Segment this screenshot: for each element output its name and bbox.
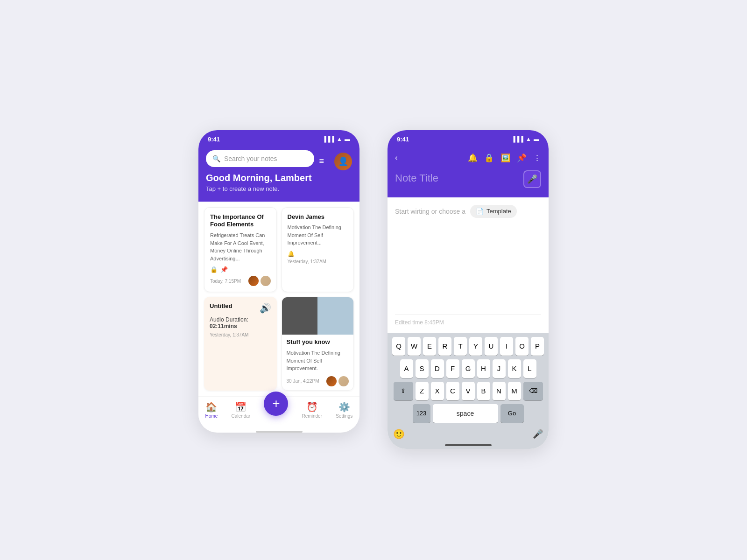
- editor-hint-row: Start wirting or choose a 📄 Template: [395, 205, 541, 218]
- wifi-icon-2: ▲: [526, 136, 531, 142]
- key-b[interactable]: B: [477, 382, 490, 400]
- key-c[interactable]: C: [446, 382, 459, 400]
- editor-hint-text: Start wirting or choose a: [395, 208, 465, 215]
- key-123[interactable]: 123: [413, 404, 430, 423]
- emoji-icon[interactable]: 🙂: [393, 428, 405, 440]
- kb-row-2: A S D F G H J K L: [389, 359, 547, 378]
- battery-icon-2: ▬: [534, 136, 539, 142]
- phone1: 9:41 ▐▐▐ ▲ ▬ 🔍 Search your notes ≡ 👤 Goo…: [198, 130, 359, 433]
- nav-settings-label: Settings: [336, 413, 352, 419]
- key-backspace[interactable]: ⌫: [523, 382, 543, 400]
- nav-calendar[interactable]: 📅 Calendar: [232, 401, 251, 419]
- nav-reminder[interactable]: ⏰ Reminder: [302, 401, 322, 419]
- template-button[interactable]: 📄 Template: [470, 205, 517, 218]
- phone1-header: 🔍 Search your notes ≡ 👤 Good Morning, La…: [198, 147, 359, 202]
- status-time-1: 9:41: [208, 136, 220, 143]
- phone2: 9:41 ▐▐▐ ▲ ▬ ‹ 🔔 🔒 🖼️ 📌 ⋮ Note Title: [388, 130, 549, 449]
- note-card-audio[interactable]: Untitled 🔊 Audio Duration: 02:11mins Yes…: [204, 297, 277, 390]
- search-placeholder-text: Search your notes: [224, 155, 308, 162]
- note-title-devin: Devin James: [288, 213, 348, 221]
- key-z[interactable]: Z: [416, 382, 429, 400]
- note-card-stuff[interactable]: Stuff you know Motivation The Defining M…: [282, 297, 354, 390]
- key-n[interactable]: N: [493, 382, 506, 400]
- template-label: Template: [486, 208, 511, 215]
- status-icons-2: ▐▐▐ ▲ ▬: [512, 136, 539, 142]
- key-f[interactable]: F: [446, 359, 459, 378]
- key-l[interactable]: L: [523, 359, 536, 378]
- search-bar-wrap: 🔍 Search your notes: [206, 150, 314, 173]
- key-s[interactable]: S: [416, 359, 429, 378]
- key-q[interactable]: Q: [392, 337, 405, 356]
- hamburger-icon[interactable]: ≡: [319, 156, 325, 166]
- key-j[interactable]: J: [493, 359, 506, 378]
- lock-nav-icon[interactable]: 🔒: [484, 153, 494, 163]
- notes-grid: The Importance Of Food Elements Refriger…: [198, 202, 359, 396]
- note-date-audio: Yesterday, 1:37AM: [210, 332, 271, 337]
- note-body-devin: Motivation The Defining Moment Of Self I…: [288, 224, 348, 247]
- pin-nav-icon[interactable]: 📌: [517, 153, 527, 163]
- note-card-food[interactable]: The Importance Of Food Elements Refriger…: [204, 207, 277, 293]
- more-nav-icon[interactable]: ⋮: [533, 153, 541, 163]
- key-p[interactable]: P: [531, 337, 544, 356]
- key-r[interactable]: R: [438, 337, 451, 356]
- greeting-sub-text: Tap + to create a new note.: [206, 185, 352, 192]
- key-x[interactable]: X: [431, 382, 444, 400]
- note-body-stuff: Motivation The Defining Moment Of Self I…: [287, 349, 349, 372]
- avatars-stuff: [326, 376, 349, 386]
- audio-duration-value: 02:11mins: [210, 323, 271, 329]
- key-e[interactable]: E: [423, 337, 436, 356]
- key-w[interactable]: W: [408, 337, 421, 356]
- user-avatar[interactable]: 👤: [334, 153, 352, 170]
- key-space[interactable]: space: [433, 404, 498, 423]
- back-icon[interactable]: ‹: [395, 153, 398, 162]
- search-icon: 🔍: [212, 155, 220, 162]
- mic-button[interactable]: 🎤: [523, 170, 541, 188]
- key-a[interactable]: A: [400, 359, 413, 378]
- note-images: [282, 297, 354, 335]
- key-i[interactable]: I: [500, 337, 513, 356]
- editor-body[interactable]: Start wirting or choose a 📄 Template Edi…: [388, 197, 549, 333]
- note-title-stuff: Stuff you know: [287, 338, 349, 346]
- editor-nav: ‹ 🔔 🔒 🖼️ 📌 ⋮: [395, 150, 541, 166]
- nav-home[interactable]: 🏠 Home: [205, 401, 218, 419]
- key-y[interactable]: Y: [469, 337, 482, 356]
- key-t[interactable]: T: [454, 337, 467, 356]
- settings-icon: ⚙️: [338, 401, 350, 413]
- signal-icon: ▐▐▐: [323, 136, 335, 142]
- key-g[interactable]: G: [462, 359, 475, 378]
- key-m[interactable]: M: [508, 382, 521, 400]
- key-u[interactable]: U: [485, 337, 498, 356]
- speaker-icon: 🔊: [260, 302, 271, 314]
- key-h[interactable]: H: [477, 359, 490, 378]
- audio-duration: Audio Duration: 02:11mins: [210, 316, 271, 329]
- note-card-devin[interactable]: Devin James Motivation The Defining Mome…: [282, 207, 354, 293]
- wifi-icon: ▲: [337, 136, 342, 142]
- avatar-stuff-2: [338, 376, 349, 386]
- keyboard: Q W E R T Y U I O P A S D F G H J K: [388, 333, 549, 449]
- note-image-body: Stuff you know Motivation The Defining M…: [282, 335, 354, 390]
- note-title-audio: Untitled: [210, 302, 232, 310]
- key-go[interactable]: Go: [500, 404, 524, 423]
- note-title-placeholder[interactable]: Note Title: [395, 172, 438, 184]
- status-icons-1: ▐▐▐ ▲ ▬: [323, 136, 350, 142]
- note-date-stuff: 30 Jan, 4:22PM: [287, 378, 319, 384]
- note-image-2: [317, 297, 353, 335]
- signal-icon-2: ▐▐▐: [512, 136, 524, 142]
- key-d[interactable]: D: [431, 359, 444, 378]
- greeting-text: Good Morning, Lambert: [206, 173, 352, 183]
- key-shift[interactable]: ⇧: [394, 382, 413, 400]
- key-k[interactable]: K: [508, 359, 521, 378]
- key-o[interactable]: O: [515, 337, 529, 356]
- kb-row-1: Q W E R T Y U I O P: [389, 337, 547, 356]
- key-v[interactable]: V: [462, 382, 475, 400]
- kb-row-3: ⇧ Z X C V B N M ⌫: [389, 382, 547, 400]
- search-bar[interactable]: 🔍 Search your notes: [206, 150, 314, 167]
- fab-add-button[interactable]: +: [264, 392, 288, 416]
- editor-content-area[interactable]: [395, 225, 541, 309]
- kb-mic-icon[interactable]: 🎤: [533, 429, 543, 439]
- image-nav-icon[interactable]: 🖼️: [500, 153, 510, 163]
- reminder-icon: ⏰: [306, 401, 318, 413]
- nav-settings[interactable]: ⚙️ Settings: [336, 401, 352, 419]
- bell-nav-icon[interactable]: 🔔: [468, 153, 478, 163]
- home-icon: 🏠: [205, 401, 217, 413]
